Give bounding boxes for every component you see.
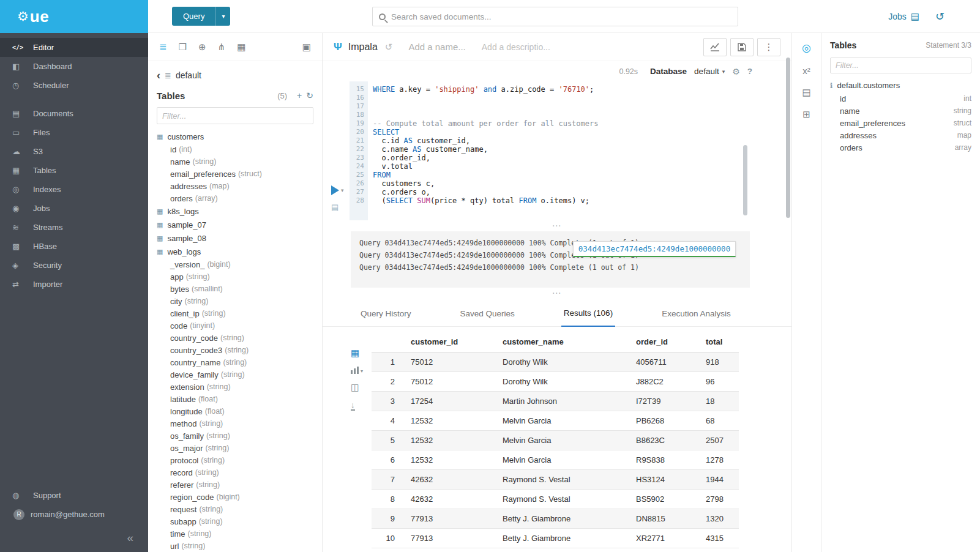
- column-item[interactable]: idint: [821, 92, 980, 105]
- statement-menu-icon[interactable]: ▤: [331, 203, 339, 212]
- sidebar-item-files[interactable]: ▭Files: [0, 123, 148, 142]
- column-item[interactable]: record(string): [157, 466, 322, 479]
- column-item[interactable]: client_ip(string): [157, 307, 322, 319]
- collapse-sidebar-icon[interactable]: «: [127, 531, 133, 545]
- column-item[interactable]: extension(string): [157, 381, 322, 393]
- job-id-tooltip[interactable]: 034d413ec7474ed5:4249de1000000000: [573, 241, 736, 257]
- execute-options-caret-icon[interactable]: ▾: [341, 187, 344, 193]
- result-row[interactable]: 612532Melvin GarciaR9S8381278: [372, 450, 739, 470]
- sidebar-item-documents[interactable]: ▤Documents: [0, 104, 148, 123]
- sidebar-item-editor[interactable]: </>Editor: [0, 38, 148, 57]
- column-item[interactable]: method(string): [157, 417, 322, 430]
- column-item[interactable]: os_major(string): [157, 442, 322, 454]
- editor-scrollbar[interactable]: [743, 145, 747, 215]
- settings-gear-icon[interactable]: ⚙: [732, 67, 740, 76]
- column-item[interactable]: request(string): [157, 503, 322, 515]
- databases-icon[interactable]: ≣: [159, 42, 167, 53]
- tab-results-106[interactable]: Results (106): [561, 308, 615, 327]
- result-row[interactable]: 977913Betty J. GiambroneDN88151320: [372, 509, 739, 529]
- column-item[interactable]: region_code(bigint): [157, 491, 322, 503]
- columns-toggle-icon[interactable]: ◫: [351, 382, 372, 393]
- column-item[interactable]: _version_(bigint): [157, 258, 322, 270]
- column-item[interactable]: country_code(string): [157, 332, 322, 344]
- query-button[interactable]: Query ▾: [172, 7, 230, 26]
- column-item[interactable]: country_name(string): [157, 356, 322, 368]
- table-item-sample-08[interactable]: ▦sample_08: [157, 231, 322, 245]
- panel-scrollbar[interactable]: [786, 58, 790, 218]
- sidebar-item-indexes[interactable]: ◎Indexes: [0, 180, 148, 199]
- column-item[interactable]: namestring: [821, 105, 980, 117]
- column-item[interactable]: os_family(string): [157, 430, 322, 442]
- column-item[interactable]: id(int): [157, 143, 322, 155]
- column-item[interactable]: app(string): [157, 270, 322, 283]
- query-name-input[interactable]: Add a name...: [408, 42, 465, 52]
- column-item[interactable]: email_preferences(struct): [157, 168, 322, 180]
- query-history-icon[interactable]: ↺: [935, 10, 944, 23]
- tab-query-history[interactable]: Query History: [358, 309, 414, 326]
- result-row[interactable]: 1077913Betty J. GiambroneXR27714315: [372, 529, 739, 548]
- active-table[interactable]: ℹ default.customers: [830, 81, 980, 90]
- column-item[interactable]: latitude(float): [157, 393, 322, 405]
- sidebar-item-jobs[interactable]: ◉Jobs: [0, 199, 148, 218]
- sidebar-item-streams[interactable]: ≋Streams: [0, 218, 148, 237]
- column-item[interactable]: addressesmap: [821, 129, 980, 141]
- zoom-icon[interactable]: ⊕: [198, 42, 206, 53]
- sidebar-item-support[interactable]: ◍Support: [0, 486, 148, 505]
- sidebar-item-security[interactable]: ◈Security: [0, 256, 148, 275]
- functions-icon[interactable]: x²: [802, 65, 810, 76]
- column-item[interactable]: device_family(string): [157, 368, 322, 381]
- column-item[interactable]: orders(array): [157, 192, 322, 204]
- sidebar-item-romain-gethue-com[interactable]: Rromain@gethue.com: [0, 505, 148, 524]
- sidebar-item-scheduler[interactable]: ◷Scheduler: [0, 76, 148, 95]
- back-chevron-icon[interactable]: ‹: [157, 70, 160, 81]
- jobs-link[interactable]: Jobs ▤: [888, 11, 919, 22]
- hue-logo[interactable]: ⚙ ue: [0, 0, 148, 33]
- query-description-input[interactable]: Add a descriptio...: [482, 42, 550, 52]
- grid-view-icon[interactable]: ▦: [351, 348, 372, 359]
- result-row[interactable]: 412532Melvin GarciaPB626868: [372, 411, 739, 431]
- column-item[interactable]: country_code3(string): [157, 344, 322, 356]
- refresh-tables-icon[interactable]: ↻: [306, 91, 313, 100]
- table-item-k8s-logs[interactable]: ▦k8s_logs: [157, 204, 322, 218]
- table-item-customers[interactable]: ▦customers: [157, 130, 322, 143]
- database-select[interactable]: default ▾: [694, 67, 725, 76]
- add-table-icon[interactable]: +: [297, 91, 302, 100]
- sql-editor[interactable]: ▾ ▤ 1516171819202122232425262728 WHERE a…: [323, 81, 791, 220]
- sidebar-item-s3[interactable]: ☁S3: [0, 142, 148, 161]
- help-icon[interactable]: ?: [747, 67, 752, 76]
- snippet-history-icon[interactable]: ↺: [385, 42, 393, 53]
- result-row[interactable]: 275012Dorothy WilkJ882C296: [372, 372, 739, 392]
- result-row[interactable]: 512532Melvin GarciaB8623C2507: [372, 431, 739, 450]
- column-item[interactable]: bytes(smallint): [157, 283, 322, 295]
- sidebar-item-tables[interactable]: ▦Tables: [0, 161, 148, 180]
- assistant-icon[interactable]: ◎: [802, 42, 811, 54]
- documents-copy-icon[interactable]: ❐: [179, 42, 187, 53]
- column-item[interactable]: addresses(map): [157, 180, 322, 192]
- column-item[interactable]: name(string): [157, 155, 322, 168]
- result-row[interactable]: 317254Martin JohnsonI72T3918: [372, 392, 739, 411]
- more-actions-button[interactable]: ⋮: [757, 38, 780, 56]
- column-item[interactable]: ordersarray: [821, 141, 980, 154]
- language-reference-icon[interactable]: ▤: [802, 87, 810, 98]
- column-item[interactable]: url(string): [157, 540, 322, 552]
- chart-button[interactable]: [703, 38, 727, 56]
- result-row[interactable]: 842632Raymond S. VestalBS59022798: [372, 490, 739, 509]
- database-name[interactable]: default: [176, 70, 201, 80]
- download-icon[interactable]: ↓: [351, 401, 372, 411]
- resize-handle-bottom[interactable]: ⋯: [323, 288, 791, 299]
- apps-grid-icon[interactable]: ▦: [237, 42, 245, 53]
- search-input[interactable]: [391, 12, 731, 21]
- chart-view-icon[interactable]: ▾: [351, 367, 372, 374]
- sidebar-item-dashboard[interactable]: ◧Dashboard: [0, 57, 148, 76]
- result-row[interactable]: 742632Raymond S. VestalHS31241944: [372, 470, 739, 490]
- column-item[interactable]: email_preferencesstruct: [821, 117, 980, 129]
- briefcase-icon[interactable]: ▣: [302, 42, 311, 53]
- query-dropdown-caret-icon[interactable]: ▾: [215, 7, 230, 26]
- tables-filter-input[interactable]: [157, 107, 313, 124]
- code-area[interactable]: WHERE a.key = 'shipping' and a.zip_code …: [368, 81, 750, 220]
- column-item[interactable]: code(tinyint): [157, 319, 322, 332]
- column-item[interactable]: referer(string): [157, 479, 322, 491]
- column-item[interactable]: protocol(string): [157, 454, 322, 466]
- execute-button[interactable]: ▾: [331, 185, 344, 195]
- schedule-icon[interactable]: ⊞: [802, 109, 810, 120]
